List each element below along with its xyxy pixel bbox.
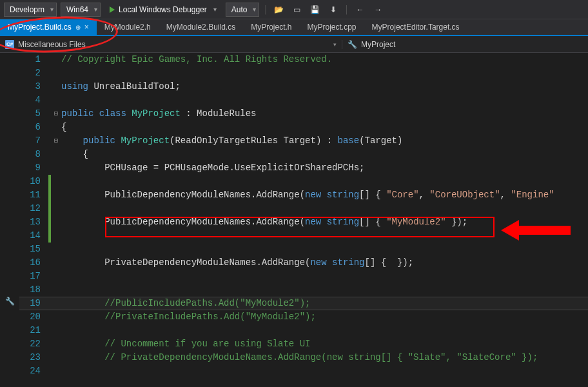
code-text[interactable]: //PrivateIncludePaths.Add("MyModule2"); [61, 310, 588, 324]
toolbar: Developm Win64 Local Windows Debugger ▾ … [0, 0, 588, 19]
fold-toggle [51, 148, 61, 161]
code-line[interactable]: 19 //PublicIncludePaths.Add("MyModule2")… [19, 297, 588, 310]
code-line[interactable]: 10 [19, 175, 588, 188]
code-line[interactable]: 7⊟ public MyProject(ReadOnlyTargetRules … [19, 134, 588, 148]
line-number: 12 [19, 202, 48, 215]
tab-label: MyProject.cpp [308, 23, 357, 32]
code-line[interactable]: 8 { [19, 148, 588, 161]
mode-dropdown[interactable]: Auto [226, 3, 260, 17]
line-number: 8 [19, 148, 48, 161]
code-text[interactable] [61, 283, 588, 297]
tab-label: MyProject.Build.cs [8, 23, 72, 32]
code-line[interactable]: 23 // PrivateDependencyModuleNames.AddRa… [19, 351, 588, 364]
code-line[interactable]: 3using UnrealBuildTool; [19, 80, 588, 94]
code-text[interactable]: PublicDependencyModuleNames.AddRange(new… [61, 188, 588, 202]
code-text[interactable]: // Copyright Epic Games, Inc. All Rights… [61, 53, 588, 66]
code-text[interactable]: public class MyProject : ModuleRules [61, 107, 588, 121]
line-number: 23 [19, 351, 48, 364]
code-line[interactable]: 15 [19, 243, 588, 256]
fold-toggle [51, 161, 61, 175]
fold-toggle [51, 256, 61, 270]
code-line[interactable]: 2 [19, 66, 588, 80]
tab-mymodule2-build[interactable]: MyModule2.Build.cs [159, 19, 243, 35]
code-line[interactable]: 11 PublicDependencyModuleNames.AddRange(… [19, 188, 588, 202]
nav-fwd-icon[interactable]: → [371, 3, 385, 17]
code-line[interactable]: 6{ [19, 121, 588, 134]
tab-mymodule2-h[interactable]: MyModule2.h [97, 19, 159, 35]
fold-toggle [51, 215, 61, 229]
fold-toggle [51, 364, 61, 378]
fold-toggle [51, 324, 61, 337]
code-text[interactable]: public MyProject(ReadOnlyTargetRules Tar… [61, 134, 588, 148]
fold-toggle [51, 202, 61, 215]
line-number: 17 [19, 270, 48, 283]
platform-dropdown[interactable]: Win64 [61, 3, 101, 17]
code-area[interactable]: 1// Copyright Epic Games, Inc. All Right… [19, 53, 588, 387]
code-line[interactable]: 22 // Uncomment if you are using Slate U… [19, 337, 588, 351]
breadcrumb-left[interactable]: C# Miscellaneous Files ▾ [0, 40, 342, 49]
code-text[interactable] [61, 243, 588, 256]
code-line[interactable]: 18 [19, 283, 588, 297]
code-line[interactable]: 21 [19, 324, 588, 337]
code-text[interactable] [61, 175, 588, 188]
code-line[interactable]: 4 [19, 94, 588, 107]
line-number: 9 [19, 161, 48, 175]
tab-myproject-cpp[interactable]: MyProject.cpp [300, 19, 364, 35]
code-text[interactable]: { [61, 148, 588, 161]
code-text[interactable]: { [61, 121, 588, 134]
code-text[interactable]: // Uncomment if you are using Slate UI [61, 337, 588, 351]
fold-toggle [51, 121, 61, 134]
fold-toggle [51, 270, 61, 283]
close-icon[interactable]: × [84, 23, 89, 32]
code-text[interactable]: PCHUsage = PCHUsageMode.UseExplicitOrSha… [61, 161, 588, 175]
start-debugger-button[interactable]: Local Windows Debugger ▾ [104, 3, 222, 17]
code-text[interactable]: PrivateDependencyModuleNames.AddRange(ne… [61, 256, 588, 270]
code-text[interactable] [61, 364, 588, 378]
config-dropdown[interactable]: Developm [4, 3, 57, 17]
breadcrumb-right[interactable]: 🔧 MyProject [342, 40, 400, 49]
annotation-arrow-icon [501, 219, 572, 242]
fold-toggle[interactable]: ⊟ [51, 134, 61, 148]
code-line[interactable]: 17 [19, 270, 588, 283]
line-number: 24 [19, 364, 48, 378]
code-line[interactable]: 16 PrivateDependencyModuleNames.AddRange… [19, 256, 588, 270]
code-line[interactable]: 20 //PrivateIncludePaths.Add("MyModule2"… [19, 310, 588, 324]
code-line[interactable]: 12 [19, 202, 588, 215]
nav-back-icon[interactable]: ← [353, 3, 367, 17]
fold-toggle[interactable]: ⊟ [51, 107, 61, 121]
code-editor[interactable]: 🔧 1// Copyright Epic Games, Inc. All Rig… [0, 53, 588, 387]
line-number: 20 [19, 310, 48, 324]
fold-toggle [51, 66, 61, 80]
code-text[interactable]: // PrivateDependencyModuleNames.AddRange… [61, 351, 588, 364]
code-text[interactable] [61, 202, 588, 215]
code-line[interactable]: 24 [19, 364, 588, 378]
tab-myproject-h[interactable]: MyProject.h [243, 19, 299, 35]
line-number: 1 [19, 53, 48, 66]
folder-open-icon[interactable]: 📂 [272, 3, 286, 17]
quickfix-icon[interactable]: 🔧 [5, 297, 15, 306]
pin-icon[interactable]: ⊕ [75, 24, 81, 31]
code-text[interactable] [61, 324, 588, 337]
code-text[interactable] [61, 66, 588, 80]
line-number: 21 [19, 324, 48, 337]
save-all-icon[interactable]: 💾 [308, 3, 322, 17]
code-text[interactable] [61, 270, 588, 283]
tab-myprojecteditor-target[interactable]: MyProjectEditor.Target.cs [364, 19, 467, 35]
line-number: 2 [19, 66, 48, 80]
fold-toggle [51, 188, 61, 202]
line-number: 6 [19, 121, 48, 134]
tab-label: MyModule2.Build.cs [166, 23, 235, 32]
open-file-icon[interactable]: ▭ [290, 3, 304, 17]
code-text[interactable]: //PublicIncludePaths.Add("MyModule2"); [61, 297, 588, 310]
code-text[interactable] [61, 94, 588, 107]
code-line[interactable]: 1// Copyright Epic Games, Inc. All Right… [19, 53, 588, 66]
fold-toggle [51, 283, 61, 297]
code-text[interactable]: using UnrealBuildTool; [61, 80, 588, 94]
chevron-down-icon: ▾ [213, 6, 217, 13]
tab-myproject-build[interactable]: MyProject.Build.cs ⊕ × [0, 19, 97, 35]
tab-label: MyProjectEditor.Target.cs [372, 23, 460, 32]
code-line[interactable]: 5⊟public class MyProject : ModuleRules [19, 107, 588, 121]
line-number: 19 [19, 297, 48, 310]
download-icon[interactable]: ⬇ [326, 3, 340, 17]
code-line[interactable]: 9 PCHUsage = PCHUsageMode.UseExplicitOrS… [19, 161, 588, 175]
